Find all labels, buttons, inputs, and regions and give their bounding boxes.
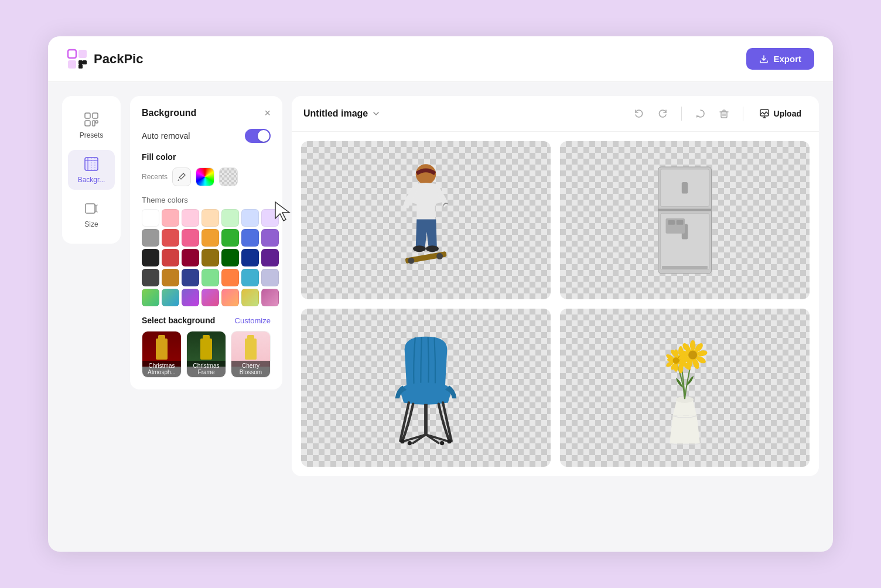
color-swatch[interactable] — [202, 289, 219, 306]
color-swatch[interactable] — [241, 269, 259, 286]
image-cell-skateboarder[interactable] — [301, 141, 551, 299]
upload-button[interactable]: Upload — [753, 104, 807, 123]
sidebar-item-size[interactable]: Size — [68, 194, 115, 234]
color-grid — [142, 209, 271, 306]
svg-rect-3 — [78, 60, 83, 64]
panel-header: Background × — [142, 108, 271, 118]
color-swatch[interactable] — [241, 229, 259, 247]
panel-close-button[interactable]: × — [264, 108, 271, 118]
redo-icon — [657, 108, 668, 119]
svg-point-52 — [690, 340, 696, 351]
svg-point-37 — [447, 439, 451, 443]
color-swatch[interactable] — [162, 209, 179, 227]
redo-button[interactable] — [653, 104, 672, 123]
sidebar-item-background[interactable]: Backgr... — [68, 150, 115, 190]
color-swatch[interactable] — [162, 249, 179, 266]
canvas-area: Untitled image — [292, 96, 819, 476]
color-swatch[interactable] — [142, 269, 159, 286]
color-swatch[interactable] — [241, 249, 259, 266]
sidebar-item-size-label: Size — [84, 220, 98, 228]
recent-swatch-transparent[interactable] — [219, 167, 238, 186]
svg-point-36 — [400, 439, 404, 443]
background-templates: Christmas Atmosph... Christmas Frame — [142, 331, 271, 378]
toolbar-divider-2 — [743, 107, 743, 121]
svg-rect-9 — [93, 121, 95, 126]
color-swatch[interactable] — [261, 249, 279, 266]
auto-removal-toggle[interactable] — [245, 129, 271, 143]
sidebar: Presets Backgr... Size — [62, 96, 121, 244]
export-button[interactable]: Export — [746, 48, 814, 70]
svg-point-63 — [674, 350, 678, 358]
color-swatch[interactable] — [182, 209, 199, 227]
color-swatch[interactable] — [202, 269, 219, 286]
color-swatch[interactable] — [202, 229, 219, 247]
chevron-down-icon — [371, 109, 381, 118]
color-swatch[interactable] — [142, 249, 159, 266]
recent-swatch-eyedropper[interactable] — [172, 167, 191, 186]
customize-link[interactable]: Customize — [235, 316, 271, 325]
color-swatch[interactable] — [221, 229, 239, 247]
flowers-image — [641, 320, 729, 455]
refresh-button[interactable] — [691, 104, 710, 123]
trash-icon — [718, 108, 730, 119]
color-swatch[interactable] — [182, 289, 199, 306]
image-cell-flowers[interactable] — [560, 309, 810, 467]
recents-label: Recents — [142, 173, 168, 181]
svg-rect-1 — [78, 50, 87, 58]
fill-color-label: Fill color — [142, 152, 271, 162]
color-swatch[interactable] — [202, 249, 219, 266]
color-swatch[interactable] — [221, 209, 239, 227]
select-background-row: Select background Customize — [142, 316, 271, 325]
svg-rect-7 — [93, 113, 98, 118]
sidebar-item-presets[interactable]: Presets — [68, 105, 115, 145]
color-swatch[interactable] — [261, 269, 279, 286]
color-swatch[interactable] — [182, 229, 199, 247]
bg-template-christmas-atm[interactable]: Christmas Atmosph... — [142, 331, 182, 378]
color-swatch[interactable] — [261, 289, 279, 306]
panel-title: Background — [142, 108, 196, 118]
recents-row: Recents — [142, 167, 271, 186]
svg-point-66 — [674, 364, 678, 372]
color-swatch[interactable] — [221, 289, 239, 306]
svg-rect-29 — [682, 182, 688, 194]
recent-swatch-gradient[interactable] — [196, 167, 214, 186]
color-swatch[interactable] — [162, 229, 179, 247]
main-content: Presets Backgr... Size — [48, 82, 833, 490]
canvas-toolbar: Untitled image — [292, 96, 819, 132]
color-swatch[interactable] — [142, 289, 159, 306]
logo-icon — [67, 49, 88, 70]
color-swatch[interactable] — [241, 209, 259, 227]
color-swatch[interactable] — [241, 289, 259, 306]
color-swatch[interactable] — [182, 269, 199, 286]
color-swatch[interactable] — [142, 229, 159, 247]
download-icon — [759, 54, 769, 64]
color-swatch[interactable] — [142, 209, 159, 227]
color-swatch[interactable] — [221, 269, 239, 286]
theme-colors-label: Theme colors — [142, 196, 271, 204]
color-swatch[interactable] — [162, 269, 179, 286]
color-swatch[interactable] — [182, 249, 199, 266]
color-swatch[interactable] — [221, 249, 239, 266]
image-cell-chair[interactable] — [301, 309, 551, 467]
svg-rect-10 — [95, 121, 98, 123]
color-swatch[interactable] — [261, 229, 279, 247]
image-cell-refrigerator[interactable] — [560, 141, 810, 299]
svg-rect-33 — [677, 220, 684, 225]
svg-rect-11 — [85, 158, 98, 170]
svg-point-38 — [408, 441, 412, 445]
color-swatch[interactable] — [261, 209, 279, 227]
bg-template-cherry-blossom[interactable]: Cherry Blossom — [231, 331, 271, 378]
canvas-title-button[interactable]: Untitled image — [303, 108, 381, 119]
undo-button[interactable] — [630, 104, 648, 123]
color-swatch[interactable] — [162, 289, 179, 306]
svg-point-20 — [413, 245, 426, 252]
svg-point-21 — [426, 245, 439, 252]
bg-template-christmas-frame[interactable]: Christmas Frame — [186, 331, 226, 378]
svg-rect-34 — [662, 266, 708, 269]
svg-rect-4 — [83, 60, 87, 64]
delete-button[interactable] — [715, 104, 733, 123]
upload-label: Upload — [774, 109, 801, 118]
color-swatch[interactable] — [202, 209, 219, 227]
app-name: PackPic — [94, 52, 143, 67]
template-bottle — [245, 339, 257, 360]
